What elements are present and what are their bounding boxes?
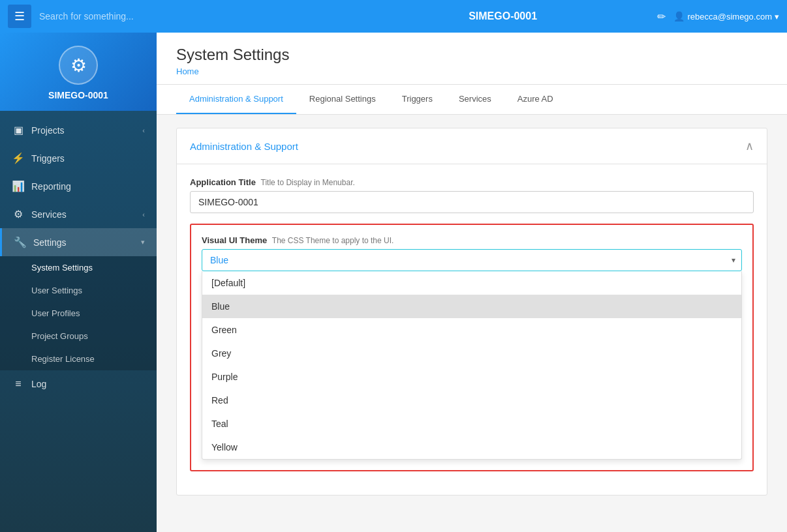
- user-profiles-label: User Profiles: [31, 308, 80, 318]
- chevron-left-icon: ‹: [142, 126, 145, 134]
- sidebar-reporting-label: Reporting: [31, 181, 71, 192]
- sidebar: ⚙ SIMEGO-0001 ▣ Projects ‹ ⚡ Triggers: [0, 33, 157, 532]
- navbar-title: SIMEGO-0001: [348, 10, 658, 22]
- sidebar-item-services[interactable]: ⚙ Services ‹: [0, 200, 157, 228]
- theme-option-red[interactable]: Red: [202, 389, 741, 412]
- theme-option-yellow[interactable]: Yellow: [202, 436, 741, 459]
- section-title: Administration & Support: [190, 141, 298, 152]
- triggers-icon: ⚡: [12, 152, 25, 164]
- app-title-field: Application Title Title to Display in Me…: [190, 177, 754, 213]
- sidebar-item-project-groups[interactable]: Project Groups: [0, 325, 157, 347]
- settings-chevron-icon: ▾: [141, 238, 145, 246]
- sidebar-settings-label: Settings: [33, 237, 67, 248]
- sidebar-item-projects[interactable]: ▣ Projects ‹: [0, 116, 157, 144]
- sidebar-item-user-profiles[interactable]: User Profiles: [0, 302, 157, 325]
- services-icon: ⚙: [12, 208, 25, 220]
- sidebar-item-settings[interactable]: 🔧 Settings ▾: [0, 228, 157, 256]
- theme-option-green[interactable]: Green: [202, 318, 741, 342]
- search-input[interactable]: [39, 11, 348, 22]
- project-groups-label: Project Groups: [31, 331, 88, 341]
- sidebar-services-label: Services: [31, 209, 67, 220]
- tab-triggers[interactable]: Triggers: [389, 85, 446, 114]
- main-content: Administration & Support ∧ Application T…: [157, 115, 787, 519]
- register-license-label: Register License: [31, 354, 95, 364]
- app-title-input[interactable]: [190, 191, 754, 213]
- tab-azure-ad[interactable]: Azure AD: [504, 85, 566, 114]
- breadcrumb[interactable]: Home: [176, 66, 767, 84]
- sidebar-logo: ⚙ SIMEGO-0001: [0, 33, 157, 111]
- main-layout: ⚙ SIMEGO-0001 ▣ Projects ‹ ⚡ Triggers: [0, 33, 787, 532]
- menu-button[interactable]: ☰: [8, 5, 31, 28]
- sidebar-item-user-settings[interactable]: User Settings: [0, 279, 157, 302]
- page-header: System Settings Home: [157, 33, 787, 85]
- collapse-button[interactable]: ∧: [745, 139, 754, 153]
- sidebar-item-reporting[interactable]: 📊 Reporting: [0, 172, 157, 200]
- user-email: rebecca@simego.com: [687, 12, 772, 22]
- tab-services[interactable]: Services: [446, 85, 504, 114]
- edit-icon: ✏: [657, 10, 666, 23]
- theme-dropdown-list: [Default] Blue Green Grey: [202, 271, 742, 460]
- page-title: System Settings: [176, 46, 767, 64]
- theme-select-wrapper: Blue ▾: [202, 249, 742, 271]
- section-header: Administration & Support ∧: [177, 128, 767, 164]
- sidebar-logo-text: SIMEGO-0001: [48, 90, 108, 100]
- sidebar-item-triggers[interactable]: ⚡ Triggers: [0, 144, 157, 172]
- gear-icon: ⚙: [70, 55, 87, 76]
- admin-support-section: Administration & Support ∧ Application T…: [176, 128, 767, 495]
- theme-option-grey[interactable]: Grey: [202, 342, 741, 365]
- user-settings-label: User Settings: [31, 286, 82, 295]
- user-menu[interactable]: 👤 rebecca@simego.com ▾: [673, 11, 779, 22]
- theme-option-default[interactable]: [Default]: [202, 271, 741, 295]
- tab-admin-support[interactable]: Administration & Support: [176, 85, 296, 114]
- log-icon: ≡: [12, 378, 25, 390]
- theme-label: Visual UI Theme The CSS Theme to apply t…: [202, 235, 742, 245]
- theme-select[interactable]: Blue: [202, 249, 742, 271]
- user-chevron-icon: ▾: [775, 12, 779, 22]
- app-title-sub: Title to Display in Menubar.: [261, 178, 355, 187]
- content-area: System Settings Home Administration & Su…: [157, 33, 787, 532]
- sidebar-item-log[interactable]: ≡ Log: [0, 370, 157, 398]
- sidebar-item-register-license[interactable]: Register License: [0, 347, 157, 370]
- sidebar-triggers-label: Triggers: [31, 153, 65, 164]
- sidebar-item-system-settings[interactable]: System Settings: [0, 256, 157, 279]
- tab-regional-settings[interactable]: Regional Settings: [296, 85, 389, 114]
- sidebar-projects-label: Projects: [31, 125, 65, 136]
- settings-icon: 🔧: [14, 236, 27, 248]
- tabs-bar: Administration & Support Regional Settin…: [157, 85, 787, 115]
- navbar: ☰ SIMEGO-0001 ✏ 👤 rebecca@simego.com ▾: [0, 0, 787, 33]
- services-chevron-icon: ‹: [142, 211, 145, 218]
- system-settings-label: System Settings: [31, 263, 93, 273]
- navbar-right: ✏ 👤 rebecca@simego.com ▾: [657, 10, 779, 23]
- app-title-label: Application Title Title to Display in Me…: [190, 177, 754, 187]
- theme-field-wrapper: Visual UI Theme The CSS Theme to apply t…: [190, 224, 754, 471]
- theme-option-purple[interactable]: Purple: [202, 365, 741, 389]
- settings-subnav: System Settings User Settings User Profi…: [0, 256, 157, 370]
- theme-sub: The CSS Theme to apply to the UI.: [272, 236, 394, 245]
- projects-icon: ▣: [12, 124, 25, 136]
- sidebar-nav: ▣ Projects ‹ ⚡ Triggers 📊 Reporting: [0, 111, 157, 532]
- menu-icon: ☰: [14, 9, 25, 23]
- logo-icon: ⚙: [59, 46, 98, 85]
- user-icon: 👤: [673, 11, 685, 22]
- reporting-icon: 📊: [12, 180, 25, 192]
- theme-option-blue[interactable]: Blue: [202, 295, 741, 318]
- theme-option-teal[interactable]: Teal: [202, 412, 741, 436]
- section-body: Application Title Title to Display in Me…: [177, 164, 767, 495]
- sidebar-log-label: Log: [31, 379, 46, 389]
